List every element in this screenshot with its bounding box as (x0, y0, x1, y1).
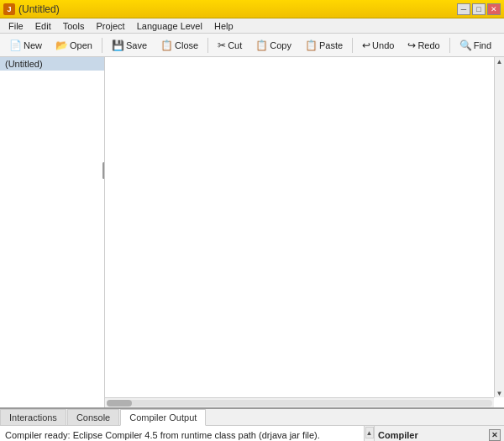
new-button[interactable]: 📄 New (3, 36, 48, 55)
main-area: (Untitled) ▲ ▼ (0, 57, 504, 407)
title-text: (Untitled) (18, 3, 60, 15)
compiler-title: Compiler (378, 430, 418, 440)
open-label: Open (70, 40, 92, 50)
scroll-up-arrow[interactable]: ▲ (496, 57, 504, 66)
tab-interactions[interactable]: Interactions (0, 409, 66, 425)
paste-icon: 📋 (305, 39, 318, 51)
paste-label: Paste (319, 40, 343, 50)
save-label: Save (126, 40, 147, 50)
menu-bar: File Edit Tools Project Language Level H… (0, 18, 504, 34)
editor-scrollbar-horizontal[interactable] (105, 397, 494, 407)
panel-scroll-up[interactable]: ▲ (365, 427, 374, 438)
close-file-button[interactable]: 📋 Close (155, 36, 204, 55)
bottom-panel: Interactions Console Compiler Output Com… (0, 407, 504, 441)
console-output: Compiler ready: Eclipse Compiler 4.5 fro… (0, 426, 364, 441)
file-tree[interactable]: (Untitled) (0, 57, 105, 407)
separator-1 (102, 38, 102, 53)
copy-icon: 📋 (255, 39, 268, 51)
panel-scrollbar[interactable]: ▲ ▼ (364, 426, 374, 441)
undo-label: Undo (372, 40, 394, 50)
menu-file[interactable]: File (3, 20, 29, 32)
save-button[interactable]: 💾 Save (106, 36, 153, 55)
minimize-button[interactable]: ─ (457, 3, 470, 15)
close-button[interactable]: ✕ (487, 3, 501, 15)
open-icon: 📂 (55, 39, 68, 51)
scroll-down-arrow[interactable]: ▼ (496, 389, 504, 397)
app-icon: J (3, 3, 15, 15)
compiler-close-button[interactable]: ✕ (489, 429, 501, 441)
h-scrollbar-track (107, 400, 492, 407)
editor-area[interactable]: ▲ ▼ (105, 57, 504, 407)
copy-label: Copy (270, 40, 291, 50)
title-bar-left: J (Untitled) (3, 3, 60, 15)
undo-icon: ↩ (362, 39, 370, 51)
h-scrollbar-thumb[interactable] (107, 400, 132, 407)
menu-tools[interactable]: Tools (58, 20, 90, 32)
panel-content: Compiler ready: Eclipse Compiler 4.5 fro… (0, 426, 504, 441)
find-icon: 🔍 (459, 39, 472, 51)
new-label: New (24, 40, 42, 50)
separator-2 (207, 38, 208, 53)
tree-item-untitled[interactable]: (Untitled) (0, 57, 104, 71)
close-file-icon: 📋 (160, 39, 173, 51)
editor-scrollbar-vertical[interactable]: ▲ ▼ (494, 57, 504, 397)
toolbar: 📄 New 📂 Open 💾 Save 📋 Close ✂ Cut 📋 Copy… (0, 34, 504, 57)
tab-compiler-output[interactable]: Compiler Output (120, 409, 206, 426)
menu-language-level[interactable]: Language Level (132, 20, 207, 32)
restore-button[interactable]: □ (472, 3, 486, 15)
cut-button[interactable]: ✂ Cut (212, 36, 248, 55)
title-bar: J (Untitled) ─ □ ✕ (0, 0, 504, 18)
redo-button[interactable]: ↪ Redo (402, 36, 445, 55)
copy-button[interactable]: 📋 Copy (249, 36, 297, 55)
title-controls: ─ □ ✕ (457, 3, 501, 15)
paste-button[interactable]: 📋 Paste (299, 36, 349, 55)
menu-project[interactable]: Project (91, 20, 129, 32)
redo-icon: ↪ (407, 39, 416, 51)
save-icon: 💾 (112, 39, 124, 51)
tab-console[interactable]: Console (67, 409, 119, 425)
menu-help[interactable]: Help (209, 20, 239, 32)
compiler-panel: Compiler ✕ Eclipse Compiler 4.5 ▼ ✓ High… (374, 426, 504, 441)
redo-label: Redo (417, 40, 439, 50)
compiler-header: Compiler ✕ (378, 429, 501, 441)
menu-edit[interactable]: Edit (30, 20, 56, 32)
cut-icon: ✂ (218, 39, 226, 51)
tab-bar: Interactions Console Compiler Output (0, 409, 504, 426)
separator-4 (449, 38, 450, 53)
cut-label: Cut (228, 40, 242, 50)
open-button[interactable]: 📂 Open (50, 36, 98, 55)
separator-3 (352, 38, 353, 53)
find-button[interactable]: 🔍 Find (454, 36, 497, 55)
undo-button[interactable]: ↩ Undo (356, 36, 400, 55)
close-file-label: Close (175, 40, 198, 50)
find-label: Find (474, 40, 491, 50)
new-icon: 📄 (9, 39, 22, 51)
